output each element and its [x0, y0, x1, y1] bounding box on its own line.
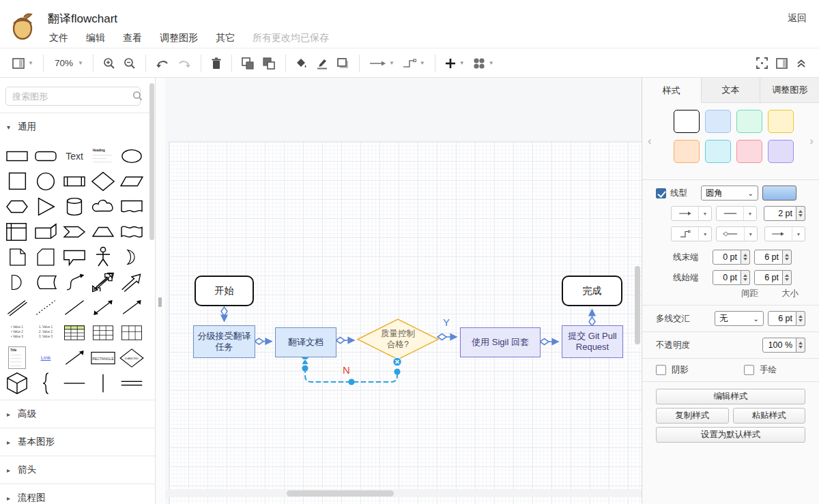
style-swatch[interactable] [705, 110, 731, 133]
presets-next-icon[interactable]: › [809, 134, 814, 148]
style-swatch[interactable] [736, 110, 762, 133]
shape-link[interactable]: Link [31, 345, 60, 370]
style-swatch[interactable] [768, 140, 794, 163]
shape-hexagon[interactable] [3, 194, 31, 219]
to-front-button[interactable] [238, 55, 259, 72]
sketch-checkbox[interactable] [744, 365, 754, 375]
set-default-style-button[interactable]: 设置为默认样式 [656, 427, 805, 443]
line-start-spacing-stepper[interactable]: 0 pt [713, 270, 750, 285]
format-panel-toggle-button[interactable] [772, 55, 792, 72]
undo-button[interactable] [152, 55, 173, 72]
delete-button[interactable] [207, 55, 226, 72]
line-type-select[interactable]: 圆角⌄ [701, 186, 758, 201]
fullscreen-button[interactable] [752, 55, 772, 72]
shape-vertical-line[interactable] [89, 370, 117, 396]
shape-curly-brace[interactable] [31, 370, 60, 396]
menu-view[interactable]: 查看 [123, 32, 142, 44]
shape-document[interactable] [117, 194, 146, 219]
shape-cube[interactable] [31, 219, 60, 244]
shape-square[interactable] [3, 168, 31, 194]
arrow-start-style-combo[interactable]: ▼ [671, 206, 712, 221]
shape-bullet-list[interactable]: • Value 1• Value 2• Value 3 [3, 320, 31, 345]
zoom-out-button[interactable] [119, 55, 140, 72]
diagram-canvas[interactable]: 开始 分级接受翻译 任务 翻译文档 质量控制 合格? 使用 Sigil 回套 提… [165, 78, 642, 504]
shape-note[interactable] [3, 244, 31, 269]
line-end-marker-combo[interactable]: ▼ [764, 226, 805, 241]
shape-numbered-list[interactable]: 1. Value 12. Value 23. Value 3 [31, 320, 60, 345]
shape-card[interactable] [31, 244, 60, 269]
shape-diamond[interactable] [89, 168, 117, 194]
paste-style-button[interactable]: 粘贴样式 [733, 408, 806, 424]
style-swatch[interactable] [768, 110, 794, 133]
style-swatch[interactable] [674, 110, 700, 133]
node-done[interactable]: 完成 [562, 276, 622, 306]
node-use-sigil[interactable]: 使用 Sigil 回套 [460, 327, 541, 357]
opacity-stepper[interactable]: 100 % [762, 338, 805, 353]
sidebar-scrollbar[interactable] [149, 83, 154, 240]
shape-rectangle[interactable] [3, 143, 31, 168]
shape-internal-storage[interactable] [3, 219, 31, 244]
waypoints-style-combo[interactable]: ▼ [671, 226, 712, 241]
to-back-button[interactable] [259, 55, 280, 72]
node-submit-pr[interactable]: 提交 Git Pull Request [562, 325, 623, 358]
line-color-swatch-button[interactable] [762, 186, 796, 201]
shape-trapezoid[interactable] [89, 219, 117, 244]
shape-cloud[interactable] [89, 194, 117, 219]
shape-arrow[interactable] [117, 269, 146, 295]
stroke-width-stepper[interactable]: 2 pt [764, 206, 805, 221]
insert-button[interactable]: ▼ [441, 55, 469, 72]
shape-step[interactable] [60, 219, 89, 244]
line-end-spacing-stepper[interactable]: 0 pt [713, 250, 750, 265]
view-layout-button[interactable]: ▼ [8, 55, 38, 72]
shape-cylinder[interactable] [60, 194, 89, 219]
shape-line[interactable] [60, 295, 89, 320]
section-basic-shapes[interactable]: ▸ 基本图形 [0, 428, 155, 456]
junction-size-stepper[interactable]: 6 pt [768, 311, 805, 326]
tab-text[interactable]: 文本 [702, 78, 761, 103]
zoom-in-button[interactable] [99, 55, 119, 72]
node-start[interactable]: 开始 [195, 276, 254, 306]
sidebar-splitter[interactable] [156, 78, 165, 504]
edge-label-no[interactable]: N [343, 364, 350, 376]
shape-text-document[interactable]: Title―――――――――――――――― [3, 345, 31, 370]
edge-label-yes[interactable]: Y [443, 316, 450, 328]
canvas-horizontal-scrollbar[interactable] [287, 490, 394, 496]
line-style-combo[interactable]: ▼ [716, 206, 757, 221]
shapes-picker-button[interactable]: ▼ [469, 55, 498, 72]
shape-line-arrow[interactable] [117, 295, 146, 320]
presets-prev-icon[interactable]: ‹ [648, 134, 652, 148]
shape-callout[interactable] [60, 244, 89, 269]
shape-bidirectional-arrow[interactable] [89, 269, 117, 295]
shape-isometric-cube[interactable] [3, 370, 31, 396]
shape-crossfunctional-table[interactable] [117, 320, 146, 345]
section-general[interactable]: ▾ 通用 [0, 113, 155, 140]
shape-triangle[interactable] [31, 194, 60, 219]
style-swatch[interactable] [705, 140, 731, 163]
shape-labeled-diamond[interactable]: DIAMOND [117, 345, 146, 370]
connection-style-button[interactable]: ▼ [365, 57, 399, 70]
shape-actor[interactable] [89, 244, 117, 269]
fill-color-button[interactable] [291, 55, 312, 72]
redo-button[interactable] [173, 55, 195, 72]
search-input[interactable] [5, 87, 141, 106]
canvas-vertical-scrollbar[interactable] [635, 266, 640, 344]
shape-text[interactable]: Text [60, 143, 89, 168]
shape-ellipse[interactable] [117, 143, 146, 168]
shape-and[interactable] [3, 269, 31, 295]
line-start-marker-combo[interactable]: ▼ [716, 226, 757, 241]
tab-style[interactable]: 样式 [642, 78, 702, 103]
shadow-checkbox[interactable] [656, 365, 666, 375]
shape-curve[interactable] [60, 269, 89, 295]
shape-parallelogram[interactable] [117, 168, 146, 194]
node-translate-doc[interactable]: 翻译文档 [275, 327, 336, 357]
collapse-toolbar-button[interactable] [792, 55, 811, 72]
shape-dotted-line[interactable] [31, 295, 60, 320]
shape-rounded-rectangle[interactable] [31, 143, 60, 168]
zoom-level-button[interactable]: 70% ▼ [49, 55, 87, 71]
shape-circle[interactable] [31, 168, 60, 194]
menu-extras[interactable]: 其它 [216, 32, 235, 44]
back-button[interactable]: 返回 [788, 12, 807, 25]
waypoint-style-button[interactable]: ▼ [399, 55, 429, 72]
menu-arrange[interactable]: 调整图形 [160, 32, 198, 44]
section-arrows[interactable]: ▸ 箭头 [0, 456, 155, 484]
